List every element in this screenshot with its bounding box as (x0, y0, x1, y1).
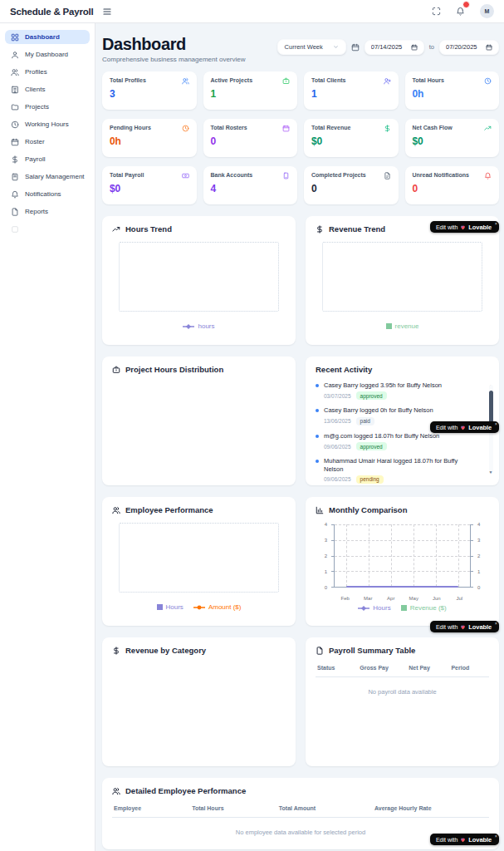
edit-with-lovable-badge[interactable]: Edit with Lovable × (430, 421, 499, 433)
gridline (369, 524, 369, 587)
sidebar-item-notifications[interactable]: Notifications (5, 187, 90, 201)
monthly-comparison-card: Monthly Comparison 4 3 2 1 0 (306, 497, 499, 626)
edit-with-lovable-badge[interactable]: Edit with Lovable × (430, 834, 499, 845)
x-tick: Jul (456, 596, 462, 601)
stat-label: Bank Accounts (211, 172, 253, 178)
activity-text: m@g.com logged 18.07h for Buffy Nelson (324, 432, 439, 440)
users-icon (11, 68, 19, 76)
briefcase-icon (112, 366, 120, 374)
date-from-input[interactable] (371, 43, 408, 51)
briefcase-icon (282, 77, 290, 85)
calendar-icon[interactable] (486, 44, 492, 51)
activity-date: 03/07/2025 (324, 393, 351, 399)
stat-value: $0 (311, 135, 391, 147)
sidebar-item-roster[interactable]: Roster (5, 135, 90, 149)
line-diamond-marker (183, 323, 194, 330)
bullet-dot (316, 435, 319, 438)
lovable-close-button[interactable]: × (495, 622, 497, 627)
sidebar-item-label: My Dashboard (25, 51, 68, 58)
calendar-icon-button[interactable] (351, 43, 360, 52)
activity-text: Casey Barry logged 0h for Buffy Nelson (324, 406, 433, 414)
date-to-input[interactable] (446, 43, 482, 51)
gridline (335, 556, 470, 557)
bullet-dot (316, 460, 319, 463)
sidebar-item-projects[interactable]: Projects (5, 100, 90, 114)
lovable-close-button[interactable]: × (495, 222, 497, 227)
legend-hours: hours (183, 322, 214, 330)
legend-revenue: Revenue ($) (401, 604, 447, 612)
folder-icon (11, 103, 19, 111)
y-tick: 1 (325, 569, 327, 574)
lovable-close-button[interactable]: × (495, 422, 497, 427)
fullscreen-icon[interactable] (432, 7, 441, 16)
tick-mark (331, 587, 334, 588)
gridline (391, 524, 392, 587)
users-icon (182, 77, 189, 85)
sidebar-item-label: Reports (25, 208, 48, 215)
gridline (335, 571, 470, 572)
sidebar-item-clients[interactable]: Clients (5, 82, 90, 96)
period-select[interactable]: Current Week (277, 39, 346, 55)
stat-label: Completed Projects (311, 172, 366, 178)
main-content: Dashboard Comprehensive business managem… (95, 23, 504, 851)
activity-date: 09/06/2025 (324, 476, 351, 482)
sidebar-item-dashboard[interactable]: Dashboard (5, 30, 90, 44)
column-header: Total Amount (279, 805, 374, 811)
sidebar-item-label: Profiles (25, 68, 47, 76)
app-title: Schedule & Payroll (10, 7, 94, 17)
clock-icon (484, 77, 492, 85)
sidebar-item-label: Payroll (25, 155, 45, 163)
sidebar-item-partial (5, 222, 90, 236)
gridline (436, 524, 437, 587)
calendar-icon[interactable] (411, 44, 418, 51)
scroll-down-caret[interactable]: ▼ (489, 470, 493, 475)
sidebar-item-reports[interactable]: Reports (5, 204, 90, 219)
sidebar-item-payroll[interactable]: Payroll (5, 152, 90, 166)
lovable-prefix: Edit with (436, 837, 458, 843)
lovable-heart-icon (460, 837, 466, 843)
generic-icon (11, 225, 19, 234)
y-axis-left-labels: 4 3 2 1 0 (317, 524, 331, 588)
stat-card-total-clients: Total Clients 1 (304, 71, 399, 110)
activity-text: Muhammad Umair Haral logged 18.07h for B… (324, 457, 477, 473)
y-tick: 1 (477, 569, 480, 574)
date-from-field[interactable] (365, 40, 424, 55)
edit-with-lovable-badge[interactable]: Edit with Lovable × (430, 221, 499, 233)
users-icon (112, 787, 120, 795)
sidebar-item-label: Dashboard (25, 33, 60, 41)
calendar-icon (11, 138, 19, 146)
stat-value: 1 (311, 88, 391, 100)
empty-chart-placeholder (119, 242, 279, 312)
status-badge: approved (356, 391, 387, 400)
sidebar-item-working-hours[interactable]: Working Hours (5, 117, 90, 131)
calendar-icon (282, 125, 290, 132)
stat-label: Total Profiles (110, 77, 146, 83)
bell-icon (11, 190, 19, 199)
dollar-icon (112, 647, 120, 655)
x-tick: Feb (341, 596, 350, 601)
stat-value: 0 (413, 183, 492, 194)
card-title-text: Employee Performance (125, 505, 213, 514)
tick-mark (331, 524, 334, 525)
sidebar-item-profiles[interactable]: Profiles (5, 65, 90, 79)
square-marker (386, 323, 392, 329)
date-to-field[interactable] (439, 40, 499, 55)
hamburger-menu-icon[interactable] (102, 7, 112, 17)
avatar[interactable]: M (480, 4, 494, 18)
sidebar-item-my-dashboard[interactable]: My Dashboard (5, 47, 90, 61)
sidebar-item-label: Projects (25, 103, 49, 111)
activity-item: m@g.com logged 18.07h for Buffy Nelson 0… (316, 432, 477, 450)
stat-card-pending-hours: Pending Hours 0h (102, 119, 197, 157)
square-marker (157, 604, 163, 610)
stat-label: Total Rosters (211, 125, 247, 130)
edit-with-lovable-badge[interactable]: Edit with Lovable × (430, 621, 499, 632)
gridline (346, 524, 347, 587)
user-icon (11, 51, 19, 59)
lovable-close-button[interactable]: × (495, 834, 497, 839)
sidebar-item-salary-management[interactable]: Salary Management (5, 170, 90, 184)
dollar-icon (316, 225, 324, 234)
bar-chart-icon (316, 506, 324, 514)
card-title-text: Detailed Employee Performance (125, 786, 246, 795)
card-title-text: Recent Activity (316, 365, 372, 374)
tick-mark (331, 556, 334, 557)
